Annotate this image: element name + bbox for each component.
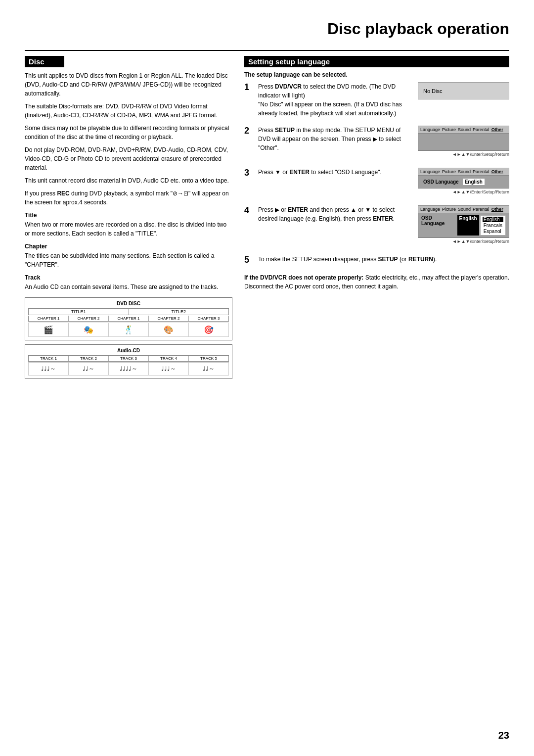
step-3-screen: Language Picture Sound Parental Other OS… [418,168,509,197]
option-francais: Francais [483,223,503,228]
title1-label: TITLE1 [29,309,129,315]
track-subtitle: Track [25,274,232,281]
track-1-label: TRACK 1 [29,356,69,361]
step-3-number: 3 [244,168,253,178]
step-2-nav-arrows: ◄►▲▼/Enter/Setup/Return [418,152,509,157]
disc-para-6: If you press REC during DVD playback, a … [25,189,232,207]
step-3-nav-arrows: ◄►▲▼/Enter/Setup/Return [418,189,509,194]
step-2-text: Press SETUP in the stop mode. The SETUP … [258,126,413,152]
disc-para-5: This unit cannot record disc material in… [25,176,232,185]
dvd-icon-2: 🎭 [69,323,109,336]
option-english: English [483,217,503,222]
step-4-nav-arrows: ◄►▲▼/Enter/Setup/Return [418,239,509,244]
step-2-screen-content [418,134,509,151]
step-3-screen-wrap: Language Picture Sound Parental Other OS… [418,168,509,194]
setup-section: Setting setup language The setup languag… [244,56,509,295]
step-4-text: Press ▶ or ENTER and then press ▲ or ▼ t… [258,205,413,223]
disc-para-2: The suitable Disc-formats are: DVD, DVD-… [25,102,232,120]
track-4-label: TRACK 4 [149,356,189,361]
step-4-row: 4 Press ▶ or ENTER and then press ▲ or ▼… [244,205,509,247]
step-4-number: 4 [244,205,253,216]
step-3-text: Press ▼ or ENTER to select "OSD Language… [258,168,413,177]
step-3-osd-content: OSD Language English [418,176,509,189]
audio-icon-1: ♩♩♩～ [29,363,69,375]
audio-icon-4: ♩♩♩～ [149,363,189,375]
step-3-nav-bar: Language Picture Sound Parental Other [418,168,509,176]
chapter-5: CHAPTER 3 [189,316,228,321]
step-1-row: 1 Press DVD/VCR to select the DVD mode. … [244,82,509,118]
chapter-4: CHAPTER 2 [149,316,189,321]
title2-label: TITLE2 [129,309,229,315]
step-2-screen-wrap: Language Picture Sound Parental Other ◄►… [418,126,509,157]
step-4-osd-content: OSD Language English English Francais Es… [418,213,509,238]
track-5-label: TRACK 5 [189,356,228,361]
disc-para-1: This unit applies to DVD discs from Regi… [25,71,232,98]
track-3-label: TRACK 3 [109,356,149,361]
steps-container: 1 Press DVD/VCR to select the DVD mode. … [244,82,509,265]
step-3-osd-row: OSD Language English [421,178,506,186]
osd-selected-value: English [457,215,479,236]
chapter-3: CHAPTER 1 [109,316,149,321]
disc-section: Disc This unit applies to DVD discs from… [25,56,232,383]
disc-section-header: Disc [25,56,64,67]
setup-subtitle: The setup language can be selected. [244,71,509,78]
step-5-row: 5 To make the SETUP screen disappear, pr… [244,255,509,265]
step-3-row: 3 Press ▼ or ENTER to select "OSD Langua… [244,168,509,197]
title-text: When two or more movies are recorded on … [25,220,232,238]
step-2-nav-bar: Language Picture Sound Parental Other [418,126,509,134]
disc-para-4: Do not play DVD-ROM, DVD-RAM, DVD+R/RW, … [25,145,232,172]
chapter-1: CHAPTER 1 [29,316,69,321]
step-2-screen: Language Picture Sound Parental Other ◄►… [418,126,509,160]
step-1-number: 1 [244,82,253,93]
chapter-text: The titles can be subdivided into many s… [25,251,232,269]
track-2-label: TRACK 2 [69,356,109,361]
option-espanol: Espanol [483,229,503,234]
title-subtitle: Title [25,212,232,219]
step-5-text: To make the SETUP screen disappear, pres… [258,255,509,264]
step-2-row: 2 Press SETUP in the stop mode. The SETU… [244,126,509,160]
setup-section-header: Setting setup language [244,56,509,67]
step-4-screen-wrap: Language Picture Sound Parental Other OS… [418,205,509,244]
dvd-icon-3: 🕺 [109,323,149,336]
audio-cd-label: Audio-CD [28,348,229,353]
step-2-number: 2 [244,126,253,136]
osd-options-list: English Francais Espanol [480,215,506,236]
audio-icon-2: ♩♩～ [69,363,109,375]
audio-icon-3: ♩♩♩♩～ [109,363,149,375]
dvd-icon-4: 🎨 [149,323,189,336]
disc-para-3: Some discs may not be playable due to di… [25,124,232,142]
chapter-subtitle: Chapter [25,243,232,250]
step-4-osd-row: OSD Language English English Francais Es… [421,215,506,236]
step-5-number: 5 [244,255,253,265]
track-text: An Audio CD can contain several items. T… [25,283,232,291]
audio-icon-5: ♩♩～ [189,363,228,375]
step-1-text: Press DVD/VCR to select the DVD mode. (T… [258,82,413,118]
step-4-screen: Language Picture Sound Parental Other OS… [418,205,509,247]
page-title: Disc playback operation [25,20,509,41]
page-number: 23 [498,730,509,741]
chapter-2: CHAPTER 2 [69,316,109,321]
dvd-disc-label: DVD DISC [28,301,229,306]
step-1-screen: No Disc [418,82,509,99]
step-4-nav-bar: Language Picture Sound Parental Other [418,205,509,213]
dvd-note: If the DVD/VCR does not operate properly… [244,273,509,291]
dvd-icon-5: 🎯 [189,323,228,336]
dvd-diagram: DVD DISC TITLE1 TITLE2 CHAPTER 1 CHAPTER… [25,297,232,379]
no-disc-display: No Disc [418,82,509,99]
dvd-icon-1: 🎬 [29,323,69,336]
